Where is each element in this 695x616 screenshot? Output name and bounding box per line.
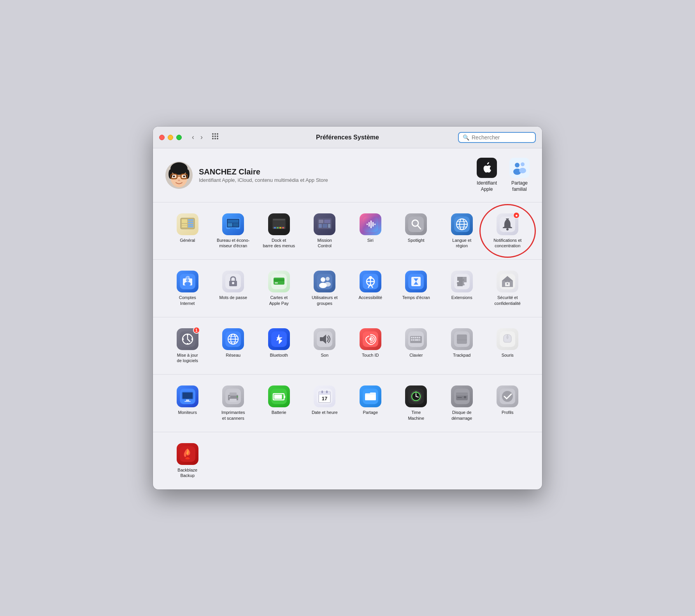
svg-rect-169 xyxy=(456,392,468,396)
mots-label: Mots de passe xyxy=(219,295,247,300)
svg-point-71 xyxy=(506,228,509,231)
pref-bureau[interactable]: Bureau et écono-miseur d'écran xyxy=(211,210,256,252)
svg-rect-44 xyxy=(274,227,276,228)
svg-rect-127 xyxy=(411,339,412,341)
pref-general[interactable]: Général xyxy=(165,210,210,252)
svg-point-25 xyxy=(519,168,526,173)
svg-rect-30 xyxy=(188,219,193,221)
svg-rect-29 xyxy=(182,226,187,227)
langue-icon xyxy=(451,213,473,235)
notifications-icon: ● xyxy=(497,213,518,235)
forward-button[interactable]: › xyxy=(198,132,205,142)
pref-comptes[interactable]: @ ComptesInternet xyxy=(165,268,210,309)
svg-point-80 xyxy=(232,282,234,284)
svg-rect-40 xyxy=(230,228,236,229)
pref-disque[interactable]: Disque dedémarrage xyxy=(440,382,484,424)
svg-rect-45 xyxy=(277,227,279,228)
svg-rect-129 xyxy=(415,339,419,341)
traffic-lights xyxy=(159,135,182,140)
svg-rect-57 xyxy=(369,222,370,227)
pref-date[interactable]: 17 Date et heure xyxy=(303,382,347,424)
mission-label: MissionControl xyxy=(318,238,332,249)
pref-touchid[interactable]: Touch ID xyxy=(348,325,393,367)
disque-icon xyxy=(451,385,473,407)
svg-point-11 xyxy=(170,162,188,175)
pref-clavier[interactable]: Clavier xyxy=(394,325,439,367)
batterie-icon xyxy=(268,385,290,407)
mots-icon xyxy=(222,271,244,292)
search-field[interactable]: 🔍 xyxy=(458,132,536,143)
pref-grid-5: BackblazeBackup xyxy=(165,440,530,482)
svg-text:17: 17 xyxy=(322,396,327,401)
securite-label: Sécurité etconfidentialité xyxy=(495,295,521,306)
apple-id-action[interactable]: IdentifiantApple xyxy=(477,158,497,192)
son-label: Son xyxy=(321,352,328,358)
svg-rect-52 xyxy=(319,224,322,228)
pref-backblaze[interactable]: BackblazeBackup xyxy=(165,440,210,482)
pref-son[interactable]: Son xyxy=(303,325,347,367)
pref-trackpad[interactable]: Trackpad xyxy=(440,325,484,367)
pref-extensions[interactable]: Extensions xyxy=(440,268,484,309)
pref-temps[interactable]: Temps d'écran xyxy=(394,268,439,309)
svg-point-88 xyxy=(326,277,330,281)
svg-rect-171 xyxy=(457,397,462,398)
family-action[interactable]: Partagefamilial xyxy=(509,158,530,192)
grid-view-button[interactable] xyxy=(210,131,221,144)
svg-rect-159 xyxy=(326,391,328,393)
pref-bluetooth[interactable]: Bluetooth xyxy=(257,325,301,367)
svg-rect-61 xyxy=(408,216,424,232)
svg-rect-140 xyxy=(183,392,193,399)
pref-batterie[interactable]: Batterie xyxy=(257,382,301,424)
bureau-icon xyxy=(222,213,244,235)
imprimantes-icon xyxy=(222,385,244,407)
touchid-icon xyxy=(360,328,381,350)
section-4: Moniteurs xyxy=(153,375,542,432)
trackpad-icon xyxy=(451,328,473,350)
close-button[interactable] xyxy=(159,135,165,140)
profile-left: SANCHEZ Claire Identifiant Apple, iCloud… xyxy=(165,162,328,189)
pref-maj[interactable]: 1 Mise à jourde logiciels xyxy=(165,325,210,367)
maj-badge: 1 xyxy=(193,327,200,334)
svg-rect-31 xyxy=(188,222,193,223)
svg-rect-28 xyxy=(182,224,187,225)
pref-grid-3: 1 Mise à jourde logiciels xyxy=(165,325,530,367)
pref-dock[interactable]: Dock etbarre des menus xyxy=(257,210,301,252)
svg-rect-39 xyxy=(233,223,239,227)
pref-notifications[interactable]: ● Notifications etconcentration xyxy=(486,210,530,252)
pref-profils[interactable]: Profils xyxy=(486,382,530,424)
svg-point-86 xyxy=(321,277,325,282)
search-input[interactable] xyxy=(472,134,531,141)
avatar[interactable] xyxy=(165,162,193,189)
svg-rect-124 xyxy=(415,337,416,338)
pref-langue[interactable]: Langue etrégion xyxy=(440,210,484,252)
pref-moniteurs[interactable]: Moniteurs xyxy=(165,382,210,424)
pref-imprimantes[interactable]: Imprimanteset scanners xyxy=(211,382,256,424)
pref-securite[interactable]: Sécurité etconfidentialité xyxy=(486,268,530,309)
section-3: 1 Mise à jourde logiciels xyxy=(153,317,542,375)
pref-cartes[interactable]: Cartes etApple Pay xyxy=(257,268,301,309)
svg-rect-37 xyxy=(228,220,239,223)
pref-souris[interactable]: Souris xyxy=(486,325,530,367)
souris-icon xyxy=(497,328,518,350)
back-button[interactable]: ‹ xyxy=(190,132,197,142)
pref-timemachine[interactable]: TimeMachine xyxy=(394,382,439,424)
pref-mission[interactable]: MissionControl xyxy=(303,210,347,252)
pref-accessibilite[interactable]: Accessibilité xyxy=(348,268,393,309)
svg-point-0 xyxy=(212,133,214,135)
section-1: Général xyxy=(153,202,542,260)
pref-mots[interactable]: Mots de passe xyxy=(211,268,256,309)
pref-siri[interactable]: Siri xyxy=(348,210,393,252)
maximize-button[interactable] xyxy=(176,135,182,140)
timemachine-icon xyxy=(405,385,427,407)
minimize-button[interactable] xyxy=(168,135,173,140)
apple-id-icon xyxy=(477,158,497,178)
main-content: SANCHEZ Claire Identifiant Apple, iCloud… xyxy=(153,148,542,489)
pref-partage[interactable]: Partage xyxy=(348,382,393,424)
pref-reseau[interactable]: Réseau xyxy=(211,325,256,367)
svg-rect-53 xyxy=(323,224,327,228)
svg-point-89 xyxy=(325,282,331,287)
pref-utilisateurs[interactable]: Utilisateurs etgroupes xyxy=(303,268,347,309)
pref-spotlight[interactable]: Spotlight xyxy=(394,210,439,252)
svg-rect-59 xyxy=(372,222,374,227)
accessibilite-icon xyxy=(360,271,381,292)
